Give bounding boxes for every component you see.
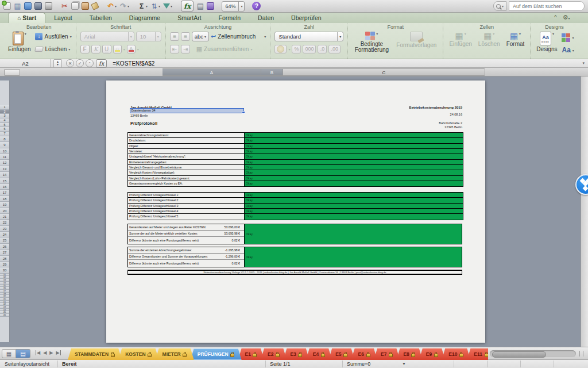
- indent-increase-icon[interactable]: ⇥: [181, 45, 190, 53]
- check-status-cell[interactable]: Okay: [245, 209, 463, 213]
- check-label-cell[interactable]: Gesamtabrechnungszeitraum:: [128, 133, 245, 137]
- row-header[interactable]: 16: [0, 184, 9, 190]
- format-painter-icon[interactable]: ▾: [92, 1, 98, 11]
- row-header[interactable]: 6: [0, 127, 9, 132]
- scrollbar-resize-handle[interactable]: [579, 351, 583, 356]
- insert-function-button[interactable]: fx: [96, 59, 107, 68]
- row-header[interactable]: 21: [0, 214, 9, 220]
- show-formulas-icon[interactable]: ▤▾: [196, 1, 204, 11]
- row-header[interactable]: 18: [0, 196, 9, 202]
- name-box[interactable]: A2: [0, 59, 51, 68]
- accept-icon[interactable]: ✓: [76, 59, 84, 67]
- check-label-cell[interactable]: Druckdatum:: [128, 138, 245, 143]
- check-label-cell[interactable]: Prüfung Differenz Umlageschlüssel 4:: [128, 209, 245, 213]
- summary-label-cell[interactable]: Summe der einzelnen Abrechnungsergebniss…: [128, 248, 192, 252]
- thousands-button[interactable]: 000: [303, 45, 316, 53]
- row-header[interactable]: 5: [0, 123, 9, 128]
- check-label-cell[interactable]: Objekt:: [128, 144, 245, 148]
- sheet-footer-cell[interactable]: Nebenkostenabrechnung Vorlage V2.2 © 200…: [127, 270, 462, 275]
- row-header[interactable]: 7: [0, 132, 9, 136]
- indent-decrease-icon[interactable]: ⇤: [170, 45, 179, 53]
- underline-button[interactable]: U: [102, 45, 111, 53]
- ribbon-tab[interactable]: Daten: [249, 13, 283, 23]
- name-box-stepper[interactable]: ▲▼: [53, 59, 62, 68]
- row-header[interactable]: 10: [0, 148, 9, 154]
- ribbon-tab[interactable]: Tabellen: [81, 13, 121, 23]
- summary-label-cell[interactable]: Differenz (könnte auch eine Rundungsdiff…: [128, 239, 199, 242]
- summary-label-cell[interactable]: Summe der auf die Mieter wirklich vertei…: [128, 232, 198, 235]
- row-header[interactable]: 17: [0, 190, 9, 195]
- vertical-scrollbar[interactable]: [581, 76, 588, 347]
- insert-cells-button[interactable]: ▦▾ Einfügen: [447, 31, 473, 48]
- check-label-cell[interactable]: Einheitenanzahl angegeben:: [128, 160, 245, 164]
- save-icon[interactable]: ▾: [34, 1, 42, 11]
- ribbon-tab[interactable]: Überprüfen: [283, 13, 330, 23]
- increase-decimal-button[interactable]: .0: [318, 45, 327, 53]
- check-label-cell[interactable]: Vermieter:: [128, 149, 245, 154]
- sheet-tab[interactable]: E5: [328, 348, 354, 360]
- row-header[interactable]: 29: [0, 262, 9, 267]
- filter-icon[interactable]: ▾: [163, 1, 172, 11]
- date-cell[interactable]: 24.08.16: [450, 113, 462, 116]
- last-sheet-icon[interactable]: ▶: [56, 350, 60, 355]
- ribbon-tab[interactable]: SmartArt: [169, 13, 210, 23]
- summary-value-cell[interactable]: 0,02 €: [232, 262, 244, 265]
- first-sheet-icon[interactable]: ◀: [36, 350, 40, 355]
- summary-value-cell[interactable]: -1.296,00 €: [225, 255, 244, 258]
- check-label-cell[interactable]: Prüfung Differenz Umlageschlüssel 1:: [128, 193, 245, 197]
- clear-button[interactable]: Löschen ▾: [35, 44, 71, 54]
- undo-icon[interactable]: ↶▾: [107, 1, 117, 11]
- protocol-title-cell[interactable]: Prüfprotokoll: [130, 121, 157, 126]
- fill-color-button[interactable]: ◌: [113, 45, 122, 53]
- check-status-cell[interactable]: Okay: [245, 181, 463, 186]
- row-header[interactable]: 25: [0, 237, 9, 243]
- ribbon-tab[interactable]: Start: [8, 13, 45, 23]
- row-header[interactable]: 30: [0, 267, 9, 273]
- new-workbook-icon[interactable]: ▾: [3, 1, 11, 11]
- row-header[interactable]: 12: [0, 160, 9, 166]
- theme-colors-button[interactable]: ▾: [562, 32, 574, 43]
- row-header[interactable]: 26: [0, 244, 9, 250]
- doc-title-cell[interactable]: Betriebekostenabrechnung 2015: [409, 106, 462, 109]
- check-status-cell[interactable]: Okay: [245, 154, 463, 159]
- open-icon[interactable]: ▾: [24, 1, 32, 11]
- check-status-cell[interactable]: Okay: [245, 138, 463, 143]
- row-header[interactable]: 23: [0, 226, 9, 232]
- zoom-dropdown-icon[interactable]: ▾: [238, 2, 244, 11]
- summary-value-cell[interactable]: 0,02 €: [232, 239, 244, 242]
- check-status-cell[interactable]: Okay: [245, 170, 463, 175]
- formula-bar-dropdown-icon[interactable]: ▾: [582, 61, 588, 66]
- sheet-tab[interactable]: E2: [261, 348, 287, 360]
- check-label-cell[interactable]: Prüfung Differenz Umlageschlüssel 2:: [128, 198, 245, 202]
- row-header[interactable]: 11: [0, 154, 9, 160]
- page-layout-view-button[interactable]: ▤: [16, 349, 30, 358]
- font-name-select[interactable]: Arial▾: [80, 32, 134, 41]
- row-header[interactable]: 46: [0, 314, 9, 317]
- summary-value-cell[interactable]: -1.295,98 €: [225, 248, 244, 252]
- sort-icon[interactable]: ⇅▾: [150, 1, 160, 11]
- check-status-cell[interactable]: Okay: [245, 144, 463, 148]
- delete-cells-button[interactable]: ▦▾ Löschen: [477, 31, 502, 48]
- currency-button[interactable]: [274, 45, 287, 53]
- sheet-tab[interactable]: KOSTEN: [118, 348, 158, 360]
- row-header[interactable]: 9: [0, 142, 9, 148]
- check-label-cell[interactable]: Prüfung Differenz Umlageschlüssel 3:: [128, 204, 245, 208]
- sheet-tab[interactable]: E11: [467, 348, 488, 360]
- check-label-cell[interactable]: Vergleich Gesamt- und Einzelzeiträume:: [128, 165, 245, 170]
- sheet-tab[interactable]: E1: [238, 348, 264, 360]
- sheet-tab[interactable]: E10: [442, 348, 470, 360]
- row-header[interactable]: 8: [0, 136, 9, 142]
- check-status-cell[interactable]: Okay: [245, 204, 463, 208]
- row-header[interactable]: 3: [0, 114, 9, 118]
- row-header[interactable]: 28: [0, 256, 9, 262]
- select-all-button[interactable]: [4, 69, 20, 76]
- sheet-tab[interactable]: E6: [351, 348, 377, 360]
- search-input[interactable]: [509, 1, 585, 11]
- redo-icon[interactable]: ↷▾: [119, 1, 129, 11]
- ribbon-collapse-icon[interactable]: ^: [554, 14, 557, 21]
- summary-status-cell[interactable]: Okay: [245, 224, 462, 244]
- check-label-cell[interactable]: Gesamtsummenvergleich Kosten zu EA:: [128, 181, 245, 186]
- expand-icon[interactable]: ˆ: [86, 59, 94, 67]
- check-status-cell[interactable]: Okay: [245, 165, 463, 170]
- themes-button[interactable]: Aa■■■■▾ Designs: [535, 31, 559, 53]
